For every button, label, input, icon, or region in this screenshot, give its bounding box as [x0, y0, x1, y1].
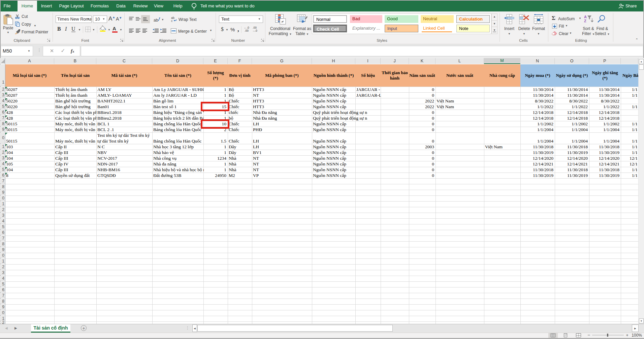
- svg-text:A: A: [584, 15, 587, 19]
- svg-text:c: c: [171, 19, 173, 22]
- svg-text:Z: Z: [584, 19, 586, 23]
- svg-text:ab: ab: [154, 18, 158, 22]
- svg-text:≠: ≠: [281, 19, 284, 24]
